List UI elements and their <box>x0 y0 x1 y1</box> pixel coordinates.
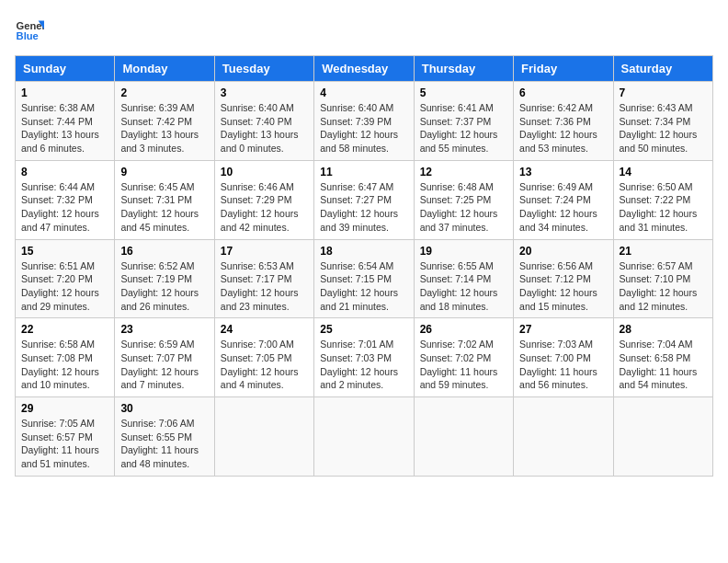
day-number: 19 <box>420 245 507 258</box>
calendar-cell: 6 Sunrise: 6:42 AMSunset: 7:36 PMDayligh… <box>514 82 613 161</box>
day-detail: Sunrise: 6:50 AMSunset: 7:22 PMDaylight:… <box>620 181 698 233</box>
day-detail: Sunrise: 6:54 AMSunset: 7:15 PMDaylight:… <box>320 260 398 312</box>
calendar-cell: 27 Sunrise: 7:03 AMSunset: 7:00 PMDaylig… <box>514 318 613 397</box>
day-number: 23 <box>120 323 208 336</box>
calendar-cell: 29 Sunrise: 7:05 AMSunset: 6:57 PMDaylig… <box>16 397 115 477</box>
day-number: 2 <box>120 86 208 99</box>
day-number: 24 <box>221 323 308 336</box>
day-number: 11 <box>320 166 407 178</box>
day-detail: Sunrise: 6:43 AMSunset: 7:34 PMDaylight:… <box>620 102 698 154</box>
day-number: 3 <box>221 86 308 99</box>
header-monday: Monday <box>115 56 214 82</box>
header-wednesday: Wednesday <box>314 56 414 82</box>
day-detail: Sunrise: 6:45 AMSunset: 7:31 PMDaylight:… <box>120 181 199 233</box>
day-number: 25 <box>320 323 407 336</box>
header-tuesday: Tuesday <box>214 56 313 82</box>
calendar-cell: 17 Sunrise: 6:53 AMSunset: 7:17 PMDaylig… <box>214 239 313 318</box>
day-detail: Sunrise: 7:04 AMSunset: 6:58 PMDaylight:… <box>620 339 698 390</box>
calendar-cell: 13 Sunrise: 6:49 AMSunset: 7:24 PMDaylig… <box>514 160 613 239</box>
day-detail: Sunrise: 6:51 AMSunset: 7:20 PMDaylight:… <box>21 260 99 312</box>
header-saturday: Saturday <box>613 56 712 82</box>
day-detail: Sunrise: 6:38 AMSunset: 7:44 PMDaylight:… <box>21 102 99 154</box>
svg-text:Blue: Blue <box>17 30 39 41</box>
logo-icon: General Blue <box>15 15 44 44</box>
calendar-cell: 2 Sunrise: 6:39 AMSunset: 7:42 PMDayligh… <box>115 82 214 161</box>
day-number: 28 <box>620 323 707 336</box>
calendar-cell: 10 Sunrise: 6:46 AMSunset: 7:29 PMDaylig… <box>214 160 313 239</box>
week-row-3: 15 Sunrise: 6:51 AMSunset: 7:20 PMDaylig… <box>16 239 713 318</box>
day-detail: Sunrise: 6:44 AMSunset: 7:32 PMDaylight:… <box>21 181 99 233</box>
day-detail: Sunrise: 6:40 AMSunset: 7:40 PMDaylight:… <box>221 102 299 154</box>
calendar-cell: 14 Sunrise: 6:50 AMSunset: 7:22 PMDaylig… <box>613 160 712 239</box>
calendar-cell <box>414 397 513 477</box>
calendar-cell: 23 Sunrise: 6:59 AMSunset: 7:07 PMDaylig… <box>115 318 214 397</box>
day-detail: Sunrise: 6:57 AMSunset: 7:10 PMDaylight:… <box>620 260 698 312</box>
calendar-cell: 8 Sunrise: 6:44 AMSunset: 7:32 PMDayligh… <box>16 160 115 239</box>
calendar-cell: 20 Sunrise: 6:56 AMSunset: 7:12 PMDaylig… <box>514 239 613 318</box>
day-detail: Sunrise: 6:49 AMSunset: 7:24 PMDaylight:… <box>519 181 597 233</box>
calendar-cell: 3 Sunrise: 6:40 AMSunset: 7:40 PMDayligh… <box>214 82 313 161</box>
header-friday: Friday <box>514 56 613 82</box>
day-number: 18 <box>320 245 407 258</box>
day-detail: Sunrise: 6:59 AMSunset: 7:07 PMDaylight:… <box>120 339 199 390</box>
day-detail: Sunrise: 6:47 AMSunset: 7:27 PMDaylight:… <box>320 181 398 233</box>
calendar-cell: 16 Sunrise: 6:52 AMSunset: 7:19 PMDaylig… <box>115 239 214 318</box>
week-row-5: 29 Sunrise: 7:05 AMSunset: 6:57 PMDaylig… <box>16 397 713 477</box>
week-row-1: 1 Sunrise: 6:38 AMSunset: 7:44 PMDayligh… <box>16 82 713 161</box>
day-number: 13 <box>519 166 607 178</box>
day-detail: Sunrise: 7:00 AMSunset: 7:05 PMDaylight:… <box>221 339 299 390</box>
logo: General Blue <box>15 15 48 44</box>
day-detail: Sunrise: 6:46 AMSunset: 7:29 PMDaylight:… <box>221 181 299 233</box>
calendar-cell: 21 Sunrise: 6:57 AMSunset: 7:10 PMDaylig… <box>613 239 712 318</box>
day-number: 9 <box>120 166 208 178</box>
calendar-cell <box>214 397 313 477</box>
calendar-cell <box>314 397 414 477</box>
day-number: 15 <box>21 245 108 258</box>
calendar-cell: 26 Sunrise: 7:02 AMSunset: 7:02 PMDaylig… <box>414 318 513 397</box>
calendar-cell: 1 Sunrise: 6:38 AMSunset: 7:44 PMDayligh… <box>16 82 115 161</box>
week-row-2: 8 Sunrise: 6:44 AMSunset: 7:32 PMDayligh… <box>16 160 713 239</box>
day-detail: Sunrise: 6:52 AMSunset: 7:19 PMDaylight:… <box>120 260 199 312</box>
day-detail: Sunrise: 6:40 AMSunset: 7:39 PMDaylight:… <box>320 102 398 154</box>
day-number: 27 <box>519 323 607 336</box>
day-number: 16 <box>120 245 208 258</box>
calendar-table: SundayMondayTuesdayWednesdayThursdayFrid… <box>15 55 713 477</box>
day-detail: Sunrise: 6:48 AMSunset: 7:25 PMDaylight:… <box>420 181 498 233</box>
day-number: 21 <box>620 245 707 258</box>
day-number: 14 <box>620 166 707 178</box>
calendar-cell: 28 Sunrise: 7:04 AMSunset: 6:58 PMDaylig… <box>613 318 712 397</box>
calendar-cell: 9 Sunrise: 6:45 AMSunset: 7:31 PMDayligh… <box>115 160 214 239</box>
calendar-cell: 22 Sunrise: 6:58 AMSunset: 7:08 PMDaylig… <box>16 318 115 397</box>
day-detail: Sunrise: 7:05 AMSunset: 6:57 PMDaylight:… <box>21 418 99 469</box>
calendar-cell <box>514 397 613 477</box>
day-detail: Sunrise: 6:55 AMSunset: 7:14 PMDaylight:… <box>420 260 498 312</box>
calendar-cell: 5 Sunrise: 6:41 AMSunset: 7:37 PMDayligh… <box>414 82 513 161</box>
day-number: 17 <box>221 245 308 258</box>
day-number: 4 <box>320 86 407 99</box>
calendar-cell: 24 Sunrise: 7:00 AMSunset: 7:05 PMDaylig… <box>214 318 313 397</box>
header-thursday: Thursday <box>414 56 513 82</box>
calendar-cell: 12 Sunrise: 6:48 AMSunset: 7:25 PMDaylig… <box>414 160 513 239</box>
calendar-cell: 11 Sunrise: 6:47 AMSunset: 7:27 PMDaylig… <box>314 160 414 239</box>
day-detail: Sunrise: 7:02 AMSunset: 7:02 PMDaylight:… <box>420 339 498 390</box>
calendar-cell: 4 Sunrise: 6:40 AMSunset: 7:39 PMDayligh… <box>314 82 414 161</box>
day-number: 10 <box>221 166 308 178</box>
calendar-cell: 7 Sunrise: 6:43 AMSunset: 7:34 PMDayligh… <box>613 82 712 161</box>
day-detail: Sunrise: 6:53 AMSunset: 7:17 PMDaylight:… <box>221 260 299 312</box>
day-detail: Sunrise: 6:41 AMSunset: 7:37 PMDaylight:… <box>420 102 498 154</box>
calendar-cell: 30 Sunrise: 7:06 AMSunset: 6:55 PMDaylig… <box>115 397 214 477</box>
calendar-cell: 25 Sunrise: 7:01 AMSunset: 7:03 PMDaylig… <box>314 318 414 397</box>
day-number: 12 <box>420 166 507 178</box>
day-detail: Sunrise: 6:39 AMSunset: 7:42 PMDaylight:… <box>120 102 199 154</box>
day-number: 22 <box>21 323 108 336</box>
day-number: 5 <box>420 86 507 99</box>
day-number: 8 <box>21 166 108 178</box>
day-number: 20 <box>519 245 607 258</box>
day-number: 30 <box>120 402 208 415</box>
day-detail: Sunrise: 7:06 AMSunset: 6:55 PMDaylight:… <box>120 418 199 469</box>
calendar-cell <box>613 397 712 477</box>
day-number: 6 <box>519 86 607 99</box>
day-number: 29 <box>21 402 108 415</box>
calendar-cell: 15 Sunrise: 6:51 AMSunset: 7:20 PMDaylig… <box>16 239 115 318</box>
day-detail: Sunrise: 6:42 AMSunset: 7:36 PMDaylight:… <box>519 102 597 154</box>
